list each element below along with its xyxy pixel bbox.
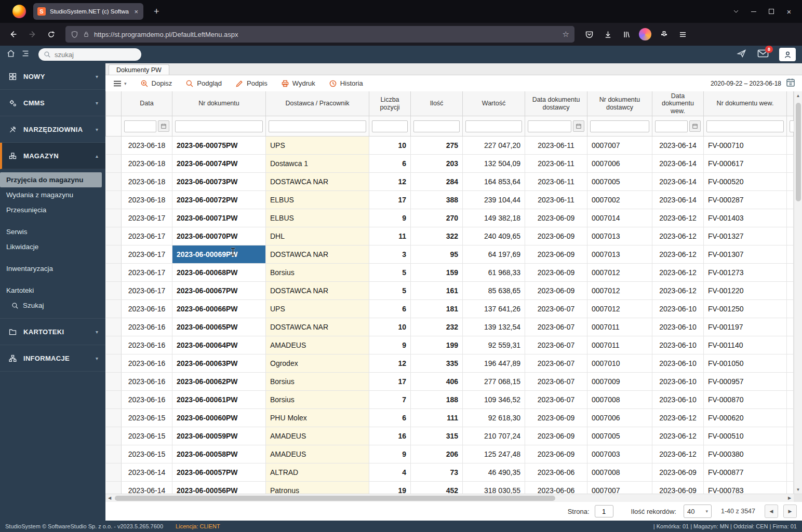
cell-ilosc[interactable]: 232: [411, 318, 463, 336]
cell-nr-dok-dostawcy[interactable]: 0007012: [587, 264, 652, 282]
cell-data-dok-dostawcy[interactable]: 2023-06-07: [525, 391, 587, 409]
content-tab-dokumenty-pw[interactable]: Dokumenty PW: [109, 64, 169, 75]
cell-nr-dok-dostawcy[interactable]: 0007003: [587, 445, 652, 463]
col-nr-dok-wew[interactable]: Nr dokumentu wew.: [704, 91, 787, 116]
filter-data[interactable]: [124, 120, 156, 132]
cell-dostawca[interactable]: AMADEUS: [266, 427, 369, 445]
cell-nr-dok-wew[interactable]: FV-000877: [704, 463, 787, 482]
cell-data-dok-wew[interactable]: 2023-06-10: [652, 318, 704, 336]
cell-nr-dokumentu[interactable]: 2023-06-00058PW: [172, 445, 266, 463]
table-row[interactable]: 2023-06-18 2023-06-00075PW UPS 10 275 22…: [106, 137, 794, 155]
table-row[interactable]: 2023-06-15 2023-06-00060PW PHU Molex 6 1…: [106, 409, 794, 427]
filter-wartosc[interactable]: [465, 120, 522, 132]
cell-nr-dok-wew[interactable]: FV-001050: [704, 354, 787, 373]
cell-wartosc[interactable]: 210 707,24: [463, 427, 525, 445]
cell-nr-dok-dostawcy[interactable]: 0007002: [587, 191, 652, 209]
tab-close-icon[interactable]: ×: [133, 8, 139, 16]
cell-ilosc[interactable]: 388: [411, 191, 463, 209]
cell-liczba-pozycji[interactable]: 16: [369, 427, 411, 445]
cell-nr-dokumentu[interactable]: 2023-06-00063PW: [172, 354, 266, 373]
filter-calendar-icon[interactable]: [573, 120, 584, 132]
cell-data-dok-wew[interactable]: 2023-06-14: [652, 155, 704, 173]
cell-nr-dok-wew[interactable]: FV-000287: [704, 191, 787, 209]
cell-wartosc[interactable]: 92 618,30: [463, 409, 525, 427]
downloads-icon[interactable]: [599, 26, 616, 42]
cell-data[interactable]: 2023-06-16: [122, 300, 172, 318]
col-dostawca[interactable]: Dostawca / Pracownik: [266, 91, 369, 116]
cell-nr-dokumentu[interactable]: 2023-06-00075PW: [172, 137, 266, 155]
cell-nr-dok-dostawcy[interactable]: 0007008: [587, 391, 652, 409]
cell-dostawca[interactable]: DOSTAWCA NAR: [266, 282, 369, 300]
cell-ilosc[interactable]: 270: [411, 209, 463, 227]
table-row[interactable]: 2023-06-17 2023-06-00071PW ELBUS 9 270 1…: [106, 209, 794, 227]
cell-nr-dokumentu[interactable]: 2023-06-00065PW: [172, 318, 266, 336]
grid-menu-button[interactable]: ▾: [110, 80, 127, 87]
cell-row-selector[interactable]: [106, 409, 122, 427]
cell-wartosc[interactable]: 318 030,55: [463, 482, 525, 494]
cell-nr-dok-dostawcy[interactable]: 0007009: [587, 373, 652, 391]
cell-data[interactable]: 2023-06-16: [122, 354, 172, 373]
cell-row-selector[interactable]: [106, 245, 122, 264]
cell-nr-dokumentu[interactable]: 2023-06-00068PW: [172, 264, 266, 282]
table-row[interactable]: 2023-06-17 2023-06-00069PW DOSTAWCA NAR …: [106, 245, 794, 264]
cell-nr-dok-wew[interactable]: FV-000870: [704, 391, 787, 409]
cell-liczba-pozycji[interactable]: 9: [369, 336, 411, 354]
filter-nr-dok-dostawcy[interactable]: [590, 120, 649, 132]
cell-data[interactable]: 2023-06-16: [122, 373, 172, 391]
col-ilosc[interactable]: Ilość: [411, 91, 463, 116]
table-row[interactable]: 2023-06-17 2023-06-00067PW DOSTAWCA NAR …: [106, 282, 794, 300]
cell-row-selector[interactable]: [106, 227, 122, 245]
cell-ilosc[interactable]: 181: [411, 300, 463, 318]
cell-data[interactable]: 2023-06-17: [122, 227, 172, 245]
cell-row-selector[interactable]: [106, 318, 122, 336]
cell-nr-dok-dostawcy[interactable]: 0007012: [587, 300, 652, 318]
cell-dostawca[interactable]: ELBUS: [266, 209, 369, 227]
cell-data-dok-wew[interactable]: 2023-06-12: [652, 282, 704, 300]
cell-data-dok-dostawcy[interactable]: 2023-06-11: [525, 173, 587, 191]
cell-data-dok-wew[interactable]: 2023-06-10: [652, 336, 704, 354]
cell-nr-dok-dostawcy[interactable]: 0007013: [587, 245, 652, 264]
cell-dostawca[interactable]: Borsius: [266, 391, 369, 409]
cell-data[interactable]: 2023-06-18: [122, 173, 172, 191]
cell-nr-dok-dostawcy[interactable]: 0007014: [587, 209, 652, 227]
scroll-up-icon[interactable]: ▲: [794, 91, 802, 100]
cell-nr-dok-wew[interactable]: FV-001220: [704, 282, 787, 300]
sidebar-item-kartoteki[interactable]: KARTOTEKI ▾: [0, 319, 105, 345]
col-data-dok-dostawcy[interactable]: Data dokumentu dostawcy: [525, 91, 587, 116]
cell-ilosc[interactable]: 73: [411, 463, 463, 482]
cell-liczba-pozycji[interactable]: 6: [369, 155, 411, 173]
cell-ilosc[interactable]: 203: [411, 155, 463, 173]
cell-nr-dokumentu[interactable]: 2023-06-00060PW: [172, 409, 266, 427]
cell-liczba-pozycji[interactable]: 5: [369, 264, 411, 282]
cell-data[interactable]: 2023-06-15: [122, 427, 172, 445]
sidebar-item-informacje[interactable]: INFORMACJE ▾: [0, 345, 105, 372]
account-avatar[interactable]: [637, 26, 653, 42]
cell-data-dok-wew[interactable]: 2023-06-10: [652, 354, 704, 373]
library-icon[interactable]: [618, 26, 635, 42]
cell-row-selector[interactable]: [106, 427, 122, 445]
back-button[interactable]: [5, 26, 22, 42]
cell-data-dok-dostawcy[interactable]: 2023-06-09: [525, 209, 587, 227]
cell-ilosc[interactable]: 452: [411, 482, 463, 494]
cell-data[interactable]: 2023-06-15: [122, 445, 172, 463]
cell-data[interactable]: 2023-06-17: [122, 282, 172, 300]
pocket-icon[interactable]: [581, 26, 597, 42]
calendar-icon[interactable]: [785, 77, 796, 90]
global-search[interactable]: [38, 48, 141, 61]
cell-wartosc[interactable]: 132 504,09: [463, 155, 525, 173]
sidebar-item-przyjecia[interactable]: Przyjęcia do magazynu: [0, 172, 102, 187]
cell-dostawca[interactable]: PHU Molex: [266, 409, 369, 427]
cell-liczba-pozycji[interactable]: 9: [369, 445, 411, 463]
table-row[interactable]: 2023-06-18 2023-06-00074PW Dostawca 1 6 …: [106, 155, 794, 173]
vertical-scrollbar[interactable]: ▲ ▼: [794, 91, 802, 494]
vertical-scroll-thumb[interactable]: [796, 103, 801, 201]
cell-wartosc[interactable]: 240 409,65: [463, 227, 525, 245]
cell-row-selector[interactable]: [106, 300, 122, 318]
browser-tab[interactable]: S StudioSystem.NET (c) Software ×: [33, 3, 143, 20]
cell-data-dok-wew[interactable]: 2023-06-12: [652, 445, 704, 463]
cell-data-dok-dostawcy[interactable]: 2023-06-06: [525, 463, 587, 482]
cell-dostawca[interactable]: ALTRAD: [266, 463, 369, 482]
cell-wartosc[interactable]: 239 104,44: [463, 191, 525, 209]
cell-wartosc[interactable]: 92 559,31: [463, 336, 525, 354]
cell-data-dok-dostawcy[interactable]: 2023-06-11: [525, 137, 587, 155]
